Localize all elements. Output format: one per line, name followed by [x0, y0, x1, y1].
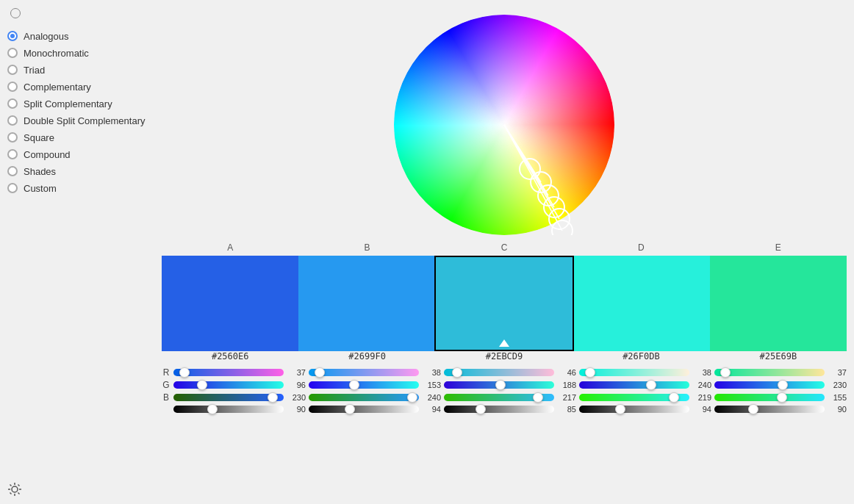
slider-wrap-1-4: 230: [714, 381, 847, 389]
svg-line-6: [18, 493, 20, 494]
slider-thumb-0-1[interactable]: [315, 367, 325, 378]
slider-track-0-2[interactable]: [444, 369, 554, 376]
hex-value-B: #2699F0: [298, 351, 435, 361]
slider-row-R: R3738463837: [162, 367, 847, 378]
slider-thumb-3-4[interactable]: [748, 404, 758, 414]
slider-value-3-1: 94: [422, 405, 441, 414]
slider-value-2-3: 219: [692, 393, 711, 402]
slider-thumb-0-4[interactable]: [720, 367, 731, 378]
slider-value-1-3: 240: [692, 381, 711, 389]
slider-wrap-0-1: 38: [309, 368, 441, 377]
radio-circle: [7, 31, 18, 41]
radio-item-compound[interactable]: Compound: [7, 146, 154, 163]
swatch-C[interactable]: [434, 256, 574, 351]
radio-label: Split Complementary: [24, 98, 112, 109]
slider-thumb-1-1[interactable]: [349, 380, 359, 390]
slider-thumb-2-1[interactable]: [407, 392, 417, 403]
radio-item-monochromatic[interactable]: Monochromatic: [7, 45, 154, 62]
slider-row-label-1: G: [162, 380, 171, 390]
slider-row-label-2: B: [162, 392, 171, 403]
slider-track-1-0[interactable]: [173, 381, 284, 389]
radio-label: Compound: [24, 149, 71, 160]
slider-value-0-3: 38: [692, 368, 711, 377]
slider-track-1-1[interactable]: [309, 381, 419, 389]
slider-track-0-4[interactable]: [714, 369, 825, 376]
col-header-D: D: [573, 242, 709, 253]
swatch-B[interactable]: [298, 256, 435, 351]
slider-track-2-1[interactable]: [309, 394, 419, 401]
radio-label: Shades: [24, 166, 56, 177]
sliders-group-3: 9094859490: [173, 405, 847, 414]
sliders-group-2: 230240217219155: [173, 393, 847, 402]
radio-item-analogous[interactable]: Analogous: [7, 28, 154, 45]
slider-value-2-2: 217: [557, 393, 576, 402]
slider-thumb-3-2[interactable]: [476, 404, 486, 414]
sliders-area: R3738463837G96153188240230B2302402172191…: [162, 367, 847, 414]
slider-track-2-0[interactable]: [173, 394, 284, 401]
radio-item-square[interactable]: Square: [7, 129, 154, 146]
slider-thumb-1-0[interactable]: [197, 380, 207, 390]
swatch-A[interactable]: [162, 256, 298, 351]
radio-item-double-split-complementary[interactable]: Double Split Complementary: [7, 112, 154, 129]
swatch-E[interactable]: [710, 256, 847, 351]
slider-thumb-1-2[interactable]: [495, 380, 506, 390]
slider-track-2-2[interactable]: [444, 394, 554, 401]
svg-line-7: [18, 485, 20, 486]
hex-value-E: #25E69B: [710, 351, 847, 361]
slider-track-3-4[interactable]: [714, 406, 825, 413]
slider-track-0-1[interactable]: [309, 369, 419, 376]
slider-row-B: B230240217219155: [162, 392, 847, 403]
slider-thumb-2-3[interactable]: [669, 392, 679, 403]
slider-thumb-3-0[interactable]: [207, 404, 218, 414]
radio-label: Custom: [24, 183, 57, 194]
radio-label: Monochromatic: [24, 48, 89, 59]
brightness-icon[interactable]: [7, 482, 22, 497]
slider-thumb-2-2[interactable]: [533, 392, 543, 403]
sliders-group-1: 96153188240230: [173, 381, 847, 389]
wheel-container: [162, 7, 847, 242]
col-header-C: C: [436, 242, 573, 253]
slider-wrap-3-1: 94: [309, 405, 441, 414]
radio-item-triad[interactable]: Triad: [7, 62, 154, 79]
slider-wrap-2-0: 230: [173, 393, 306, 402]
radio-item-shades[interactable]: Shades: [7, 163, 154, 180]
slider-track-3-0[interactable]: [173, 406, 284, 413]
slider-track-0-3[interactable]: [579, 369, 689, 376]
slider-thumb-0-3[interactable]: [585, 367, 595, 378]
slider-thumb-2-4[interactable]: [777, 392, 787, 403]
sidebar-header: [7, 7, 154, 19]
hex-value-D: #26F0DB: [573, 351, 709, 361]
slider-thumb-1-3[interactable]: [646, 380, 656, 390]
slider-track-3-2[interactable]: [444, 406, 554, 413]
radio-item-custom[interactable]: Custom: [7, 180, 154, 197]
slider-track-1-4[interactable]: [714, 381, 825, 389]
svg-line-8: [10, 493, 12, 494]
slider-thumb-1-4[interactable]: [778, 380, 788, 390]
slider-value-3-0: 90: [287, 405, 306, 414]
slider-track-3-3[interactable]: [579, 406, 689, 413]
help-icon[interactable]: [10, 8, 21, 18]
slider-track-1-2[interactable]: [444, 381, 554, 389]
slider-wrap-3-0: 90: [173, 405, 306, 414]
swatches-row: [162, 256, 847, 351]
swatch-D[interactable]: [574, 256, 711, 351]
slider-value-0-2: 46: [557, 368, 576, 377]
swatch-selected-indicator: [499, 339, 509, 347]
swatches-section: ABCDE #2560E6#2699F0#2EBCD9#26F0DB#25E69…: [162, 242, 847, 497]
slider-track-2-3[interactable]: [579, 394, 689, 401]
slider-thumb-3-3[interactable]: [615, 404, 625, 414]
radio-item-complementary[interactable]: Complementary: [7, 79, 154, 96]
slider-track-2-4[interactable]: [714, 394, 825, 401]
slider-thumb-3-1[interactable]: [345, 404, 355, 414]
slider-wrap-0-4: 37: [714, 368, 847, 377]
radio-item-split-complementary[interactable]: Split Complementary: [7, 96, 154, 112]
slider-track-1-3[interactable]: [579, 381, 689, 389]
slider-thumb-0-0[interactable]: [179, 367, 190, 378]
slider-track-0-0[interactable]: [173, 369, 284, 376]
slider-thumb-2-0[interactable]: [268, 392, 278, 403]
col-header-A: A: [162, 242, 298, 253]
slider-track-3-1[interactable]: [309, 406, 419, 413]
slider-wrap-3-4: 90: [714, 405, 847, 414]
radio-list: AnalogousMonochromaticTriadComplementary…: [7, 28, 154, 197]
slider-thumb-0-2[interactable]: [452, 367, 462, 378]
